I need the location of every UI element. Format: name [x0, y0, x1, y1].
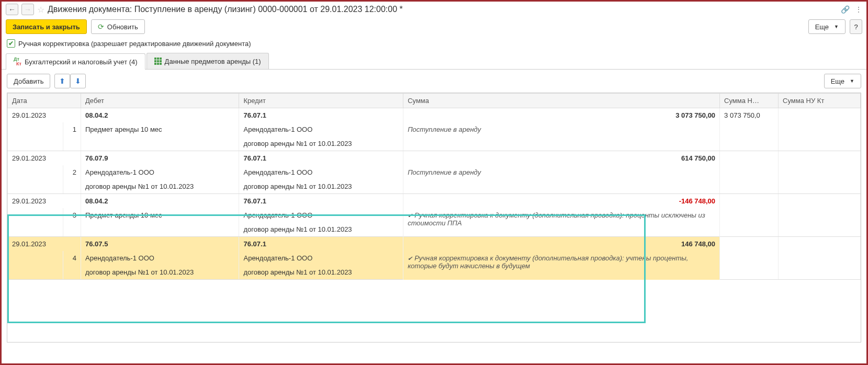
table-row[interactable]: 29.01.2023 76.07.9 76.07.1 614 750,00	[8, 151, 861, 166]
checkbox-label: Ручная корректировка (разрешает редактир…	[18, 40, 251, 48]
cell-date: 29.01.2023	[8, 237, 81, 252]
postings-table[interactable]: Дата Дебет Кредит Сумма Сумма Н… Сумма Н…	[7, 93, 861, 280]
back-button[interactable]: ←	[6, 4, 18, 15]
move-up-button[interactable]: ⬆	[54, 74, 70, 88]
cell-date: 29.01.2023	[8, 151, 81, 166]
refresh-button[interactable]: ⟳ Обновить	[91, 19, 145, 34]
col-sum[interactable]: Сумма	[403, 94, 720, 108]
cell-debit-sub1: Арендодатель-1 ООО	[81, 251, 239, 265]
col-sum-nuk[interactable]: Сумма НУ Кт	[779, 94, 861, 108]
cell-credit-acc: 76.07.1	[239, 151, 403, 166]
move-down-button[interactable]: ⬇	[70, 74, 86, 88]
table-row[interactable]: договор аренды №1 от 10.01.2023 договор …	[8, 179, 861, 194]
col-debit[interactable]: Дебет	[81, 94, 239, 108]
cell-nuk	[779, 108, 861, 123]
refresh-icon: ⟳	[98, 22, 104, 31]
tab2-label: Данные предметов аренды (1)	[165, 58, 261, 65]
cell-n: 2	[63, 165, 81, 179]
manual-correction-checkbox[interactable]: ✔	[7, 39, 15, 48]
cell-debit-sub1: Предмет аренды 10 мес	[81, 122, 239, 136]
table-row-selected[interactable]: 29.01.2023 76.07.5 76.07.1 146 748,00	[8, 237, 861, 252]
refresh-label: Обновить	[107, 23, 138, 31]
window-title: Движения документа: Поступление в аренду…	[48, 5, 838, 14]
star-icon[interactable]: ☆	[37, 5, 44, 15]
add-button[interactable]: Добавить	[7, 74, 50, 88]
save-and-close-button[interactable]: Записать и закрыть	[6, 19, 87, 34]
table-row[interactable]: 3 Предмет аренды 10 мес Арендодатель-1 О…	[8, 208, 861, 222]
cell-debit-acc: 76.07.9	[81, 151, 239, 166]
cell-desc: Поступление в аренду	[403, 122, 720, 136]
col-sum-nud[interactable]: Сумма Н…	[720, 94, 779, 108]
cell-n: 3	[63, 208, 81, 222]
help-button[interactable]: ?	[850, 19, 862, 34]
cell-sum: -146 748,00	[403, 194, 720, 209]
arrow-down-icon: ⬇	[75, 77, 81, 85]
grid-icon	[154, 58, 162, 65]
cell-sum: 146 748,00	[403, 237, 720, 252]
tab1-label: Бухгалтерский и налоговый учет (4)	[25, 58, 138, 66]
more-button-grid[interactable]: Еще ▼	[824, 74, 861, 88]
cell-debit-acc: 76.07.5	[81, 237, 239, 252]
cell-date: 29.01.2023	[8, 194, 81, 209]
save-and-close-label: Записать и закрыть	[13, 23, 80, 31]
cell-debit-acc: 08.04.2	[81, 194, 239, 209]
dropdown-icon-2: ▼	[850, 78, 854, 84]
cell-credit-acc: 76.07.1	[239, 108, 403, 123]
pencil-icon: ✔	[408, 255, 412, 261]
table-row[interactable]: 29.01.2023 08.04.2 76.07.1 3 073 750,00 …	[8, 108, 861, 123]
cell-debit-acc: 08.04.2	[81, 108, 239, 123]
tab-accounting[interactable]: Дт Кт Бухгалтерский и налоговый учет (4)	[6, 53, 145, 70]
link-icon[interactable]: 🔗	[841, 5, 850, 14]
cell-credit-sub2: договор аренды №1 от 10.01.2023	[239, 265, 403, 280]
more-button-top[interactable]: Еще ▼	[808, 19, 846, 34]
cell-credit-sub1: Арендодатель-1 ООО	[239, 251, 403, 265]
cell-desc: ✔Ручная корректировка к документу (допол…	[403, 208, 720, 237]
cell-credit-sub1: Арендодатель-1 ООО	[239, 165, 403, 179]
table-row[interactable]: договор аренды №1 от 10.01.2023	[8, 136, 861, 151]
cell-debit-sub1: Арендодатель-1 ООО	[81, 165, 239, 179]
more-label-top: Еще	[815, 23, 829, 31]
cell-sum: 3 073 750,00	[403, 108, 720, 123]
cell-debit-sub2: договор аренды №1 от 10.01.2023	[81, 179, 239, 194]
dtkt-icon: Дт Кт	[14, 57, 21, 66]
cell-credit-sub2: договор аренды №1 от 10.01.2023	[239, 136, 403, 151]
table-row-selected[interactable]: 4 Арендодатель-1 ООО Арендодатель-1 ООО …	[8, 251, 861, 265]
cell-credit-sub2: договор аренды №1 от 10.01.2023	[239, 222, 403, 237]
cell-desc: Поступление в аренду	[403, 165, 720, 179]
table-row[interactable]: 29.01.2023 08.04.2 76.07.1 -146 748,00	[8, 194, 861, 209]
cell-n: 1	[63, 122, 81, 136]
cell-desc: ✔Ручная корректировка к документу (допол…	[403, 251, 720, 280]
table-row[interactable]: 1 Предмет аренды 10 мес Арендодатель-1 О…	[8, 122, 861, 136]
cell-nud: 3 073 750,0	[720, 108, 779, 123]
dropdown-icon: ▼	[834, 24, 839, 29]
tab-lease-subjects[interactable]: Данные предметов аренды (1)	[146, 53, 269, 69]
table-row[interactable]: 2 Арендодатель-1 ООО Арендодатель-1 ООО …	[8, 165, 861, 179]
cell-credit-sub1: Арендодатель-1 ООО	[239, 122, 403, 136]
pencil-icon: ✔	[408, 212, 412, 219]
col-credit[interactable]: Кредит	[239, 94, 403, 108]
cell-sum: 614 750,00	[403, 151, 720, 166]
cell-credit-sub1: Арендодатель-1 ООО	[239, 208, 403, 222]
cell-n: 4	[63, 251, 81, 265]
cell-date: 29.01.2023	[8, 108, 81, 123]
cell-debit-sub2: договор аренды №1 от 10.01.2023	[81, 265, 239, 280]
more-label-grid: Еще	[831, 77, 844, 85]
col-date[interactable]: Дата	[8, 94, 81, 108]
forward-button[interactable]: →	[21, 4, 34, 15]
cell-credit-acc: 76.07.1	[239, 237, 403, 252]
cell-credit-acc: 76.07.1	[239, 194, 403, 209]
arrow-up-icon: ⬆	[59, 77, 65, 85]
menu-icon[interactable]: ⋮	[855, 5, 862, 14]
cell-debit-sub1: Предмет аренды 10 мес	[81, 208, 239, 222]
add-label: Добавить	[14, 77, 43, 85]
cell-credit-sub2: договор аренды №1 от 10.01.2023	[239, 179, 403, 194]
